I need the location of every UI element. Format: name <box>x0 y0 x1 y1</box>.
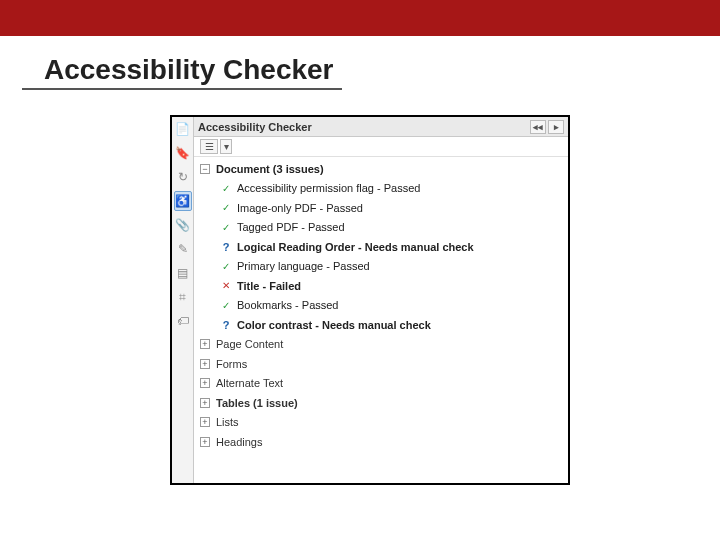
layers-icon[interactable]: ▤ <box>174 263 192 283</box>
tree-doc-header-label: Document (3 issues) <box>216 163 324 175</box>
model-tree-icon[interactable]: ⌗ <box>174 287 192 307</box>
tree-item-label: Accessibility permission flag - Passed <box>237 182 420 194</box>
expand-toggle[interactable]: + <box>200 378 210 388</box>
pass-icon: ✓ <box>220 221 232 233</box>
tree-item-label: Logical Reading Order - Needs manual che… <box>237 241 474 253</box>
accessibility-checker-panel: 📄🔖↻♿📎✎▤⌗🏷 Accessibility Checker ◂◂ ▸ ☰ ▾… <box>170 115 570 485</box>
collapse-button[interactable]: ◂◂ <box>530 120 546 134</box>
attachments-icon[interactable]: 📎 <box>174 215 192 235</box>
close-button[interactable]: ▸ <box>548 120 564 134</box>
expand-toggle[interactable]: + <box>200 417 210 427</box>
tree-category[interactable]: +Alternate Text <box>194 374 568 394</box>
expand-toggle[interactable]: + <box>200 437 210 447</box>
slide-accent-bar <box>0 0 720 36</box>
expand-toggle[interactable]: − <box>200 164 210 174</box>
refresh-icon[interactable]: ↻ <box>174 167 192 187</box>
results-tree: − Document (3 issues) ✓Accessibility per… <box>194 157 568 483</box>
tree-item-label: Image-only PDF - Passed <box>237 202 363 214</box>
tree-category-label: Alternate Text <box>216 377 283 389</box>
tree-item[interactable]: ✓Primary language - Passed <box>194 257 568 277</box>
options-button[interactable]: ☰ <box>200 139 218 154</box>
tree-item-label: Bookmarks - Passed <box>237 299 338 311</box>
tree-category-label: Tables (1 issue) <box>216 397 298 409</box>
sign-icon[interactable]: ✎ <box>174 239 192 259</box>
tree-category-label: Forms <box>216 358 247 370</box>
tree-category-label: Page Content <box>216 338 283 350</box>
slide-title: Accessibility Checker <box>22 38 342 90</box>
pass-icon: ✓ <box>220 182 232 194</box>
panel-subtoolbar: ☰ ▾ <box>194 137 568 157</box>
tree-item-label: Color contrast - Needs manual check <box>237 319 431 331</box>
tree-category[interactable]: +Headings <box>194 432 568 452</box>
expand-toggle[interactable]: + <box>200 339 210 349</box>
expand-toggle[interactable]: + <box>200 398 210 408</box>
pass-icon: ✓ <box>220 260 232 272</box>
tree-item[interactable]: ✕Title - Failed <box>194 276 568 296</box>
tree-category-label: Lists <box>216 416 239 428</box>
panel-header: Accessibility Checker ◂◂ ▸ <box>194 117 568 137</box>
expand-toggle[interactable]: + <box>200 359 210 369</box>
tree-item-label: Primary language - Passed <box>237 260 370 272</box>
vertical-toolbar: 📄🔖↻♿📎✎▤⌗🏷 <box>172 117 194 483</box>
pass-icon: ✓ <box>220 202 232 214</box>
tree-category[interactable]: +Page Content <box>194 335 568 355</box>
tree-item[interactable]: ?Color contrast - Needs manual check <box>194 315 568 335</box>
tree-item[interactable]: ✓Bookmarks - Passed <box>194 296 568 316</box>
bookmarks-icon[interactable]: 🔖 <box>174 143 192 163</box>
pages-icon[interactable]: 📄 <box>174 119 192 139</box>
panel-title: Accessibility Checker <box>198 121 312 133</box>
tree-doc-header[interactable]: − Document (3 issues) <box>194 159 568 179</box>
tree-item[interactable]: ✓Tagged PDF - Passed <box>194 218 568 238</box>
info-icon: ? <box>220 319 232 331</box>
tree-item[interactable]: ?Logical Reading Order - Needs manual ch… <box>194 237 568 257</box>
tree-category[interactable]: +Tables (1 issue) <box>194 393 568 413</box>
tree-item-label: Tagged PDF - Passed <box>237 221 345 233</box>
tree-category[interactable]: +Forms <box>194 354 568 374</box>
tree-category[interactable]: +Lists <box>194 413 568 433</box>
tree-item-label: Title - Failed <box>237 280 301 292</box>
info-icon: ? <box>220 241 232 253</box>
accessibility-icon[interactable]: ♿ <box>174 191 192 211</box>
tree-item[interactable]: ✓Image-only PDF - Passed <box>194 198 568 218</box>
tree-item[interactable]: ✓Accessibility permission flag - Passed <box>194 179 568 199</box>
panel-body: Accessibility Checker ◂◂ ▸ ☰ ▾ − Documen… <box>194 117 568 483</box>
options-dropdown[interactable]: ▾ <box>220 139 232 154</box>
fail-icon: ✕ <box>220 280 232 292</box>
pass-icon: ✓ <box>220 299 232 311</box>
tree-category-label: Headings <box>216 436 262 448</box>
tags-icon[interactable]: 🏷 <box>174 311 192 331</box>
